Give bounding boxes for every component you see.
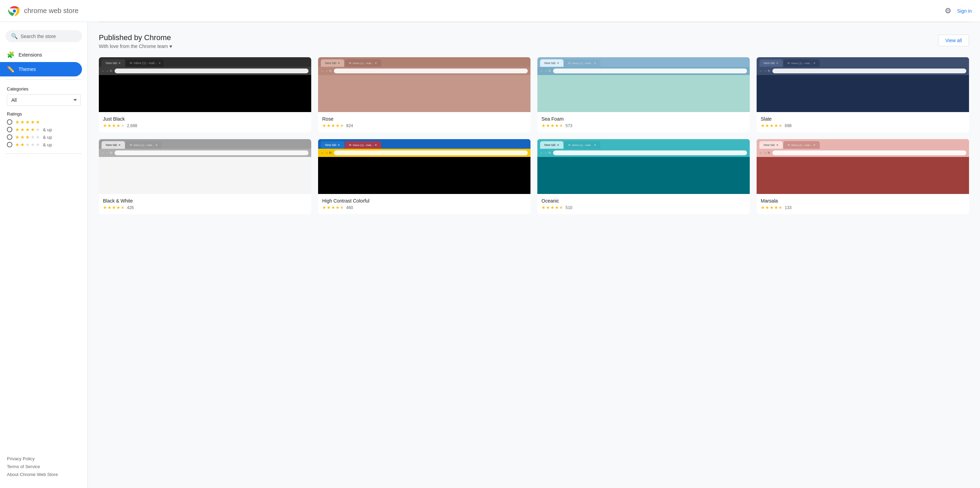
app-header: chrome web store ⚙ Sign in	[0, 0, 980, 22]
mini-address-bar	[334, 151, 528, 155]
stars-2: ★ ★ ★ ★ ★	[15, 142, 40, 147]
mini-tab-bar: New tab ✕ ✉ Inbox (1) - mail... ✕	[757, 139, 969, 149]
theme-stars-sea-foam: ★ ★ ★ ★ ★	[541, 123, 563, 128]
chrome-logo-icon	[8, 5, 21, 17]
star-4: ★	[30, 119, 35, 125]
mini-tab-new: New tab ✕	[759, 59, 783, 67]
theme-name-slate: Slate	[761, 116, 965, 122]
mini-content	[318, 157, 530, 194]
header-actions: ⚙ Sign in	[945, 6, 972, 16]
rating-option-2[interactable]: ★ ★ ★ ★ ★ & up	[7, 142, 81, 147]
star-4: ★	[30, 127, 35, 132]
brush-icon: ✏️	[7, 65, 14, 73]
mini-tab-new: New tab ✕	[321, 59, 344, 67]
sidebar-footer: Privacy Policy Terms of Service About Ch…	[0, 451, 88, 483]
star-4: ★	[30, 134, 35, 140]
privacy-policy-link[interactable]: Privacy Policy	[7, 456, 81, 461]
theme-card-high-contrast[interactable]: New tab ✕ ✉ Inbox (1) - mail... ✕	[318, 139, 530, 214]
theme-count-high-contrast: 460	[346, 205, 353, 210]
sidebar: 🔍 Search the store 🧩 Extensions ✏️ Theme…	[0, 22, 88, 488]
star-3: ★	[25, 134, 30, 140]
mini-content	[537, 75, 750, 112]
theme-preview-oceanic: New tab ✕ ✉ Inbox (1) - mail... ✕	[537, 139, 750, 194]
mini-address-bar	[115, 68, 309, 73]
mini-toolbar: ← → ↻	[537, 149, 750, 157]
rating-radio-3[interactable]	[7, 134, 12, 140]
about-chrome-web-store-link[interactable]: About Chrome Web Store	[7, 472, 81, 477]
sidebar-item-themes[interactable]: ✏️ Themes	[0, 62, 82, 76]
search-input-placeholder: Search the store	[21, 33, 56, 39]
theme-card-marsala[interactable]: New tab ✕ ✉ Inbox (1) - mail... ✕	[757, 139, 969, 214]
theme-card-black-white[interactable]: New tab ✕ ✉ Inbox (1) - mail... ✕	[99, 139, 311, 214]
categories-label: Categories	[7, 86, 81, 92]
stars-5: ★ ★ ★ ★ ★	[15, 119, 40, 125]
theme-card-slate[interactable]: New tab ✕ ✉ Inbox (1) - mail... ✕	[757, 57, 969, 132]
theme-stars-oceanic: ★ ★ ★ ★ ★	[541, 205, 563, 210]
rating-option-3[interactable]: ★ ★ ★ ★ ★ & up	[7, 134, 81, 140]
rating-radio-2[interactable]	[7, 142, 12, 147]
theme-count-marsala: 133	[785, 205, 792, 210]
terms-of-service-link[interactable]: Terms of Service	[7, 464, 81, 469]
mini-toolbar: ← → ↻	[757, 67, 969, 75]
theme-card-sea-foam[interactable]: New tab ✕ ✉ Inbox (1) - mail... ✕	[537, 57, 750, 132]
theme-stars-high-contrast: ★ ★ ★ ★ ★	[322, 205, 344, 210]
theme-info-high-contrast: High Contrast Colorful ★ ★ ★ ★ ★ 460	[318, 194, 530, 214]
sign-in-button[interactable]: Sign in	[957, 8, 972, 14]
mini-toolbar: ← → ↻	[99, 67, 311, 75]
rating-option-5[interactable]: ★ ★ ★ ★ ★	[7, 119, 81, 125]
mini-tab-new: New tab ✕	[102, 59, 125, 67]
theme-preview-sea-foam: New tab ✕ ✉ Inbox (1) - mail... ✕	[537, 57, 750, 112]
ratings-label: Ratings	[7, 111, 81, 117]
star-2: ★	[20, 119, 25, 125]
view-all-button[interactable]: View all	[938, 35, 969, 46]
theme-count-just-black: 2,688	[127, 124, 137, 128]
mini-tab-inbox: ✉ Inbox (1) - mail... ✕	[564, 141, 600, 149]
mini-tab-bar: New tab ✕ ✉ Inbox (1) - mail... ✕	[99, 139, 311, 149]
theme-card-just-black[interactable]: New tab ✕ ✉ Inbox (1) - mail... ✕	[99, 57, 311, 132]
categories-section: Categories All Artistic Causes Dark Fun …	[0, 82, 88, 107]
search-box[interactable]: 🔍 Search the store	[5, 30, 82, 42]
theme-rating-oceanic: ★ ★ ★ ★ ★ 510	[541, 205, 746, 210]
theme-stars-slate: ★ ★ ★ ★ ★	[761, 123, 783, 128]
theme-name-high-contrast: High Contrast Colorful	[322, 198, 527, 204]
star-5: ★	[36, 119, 40, 125]
rating-4-suffix: & up	[43, 127, 52, 132]
rating-option-4[interactable]: ★ ★ ★ ★ ★ & up	[7, 127, 81, 132]
category-select[interactable]: All Artistic Causes Dark Fun Minimal Nat…	[7, 94, 81, 106]
star-3: ★	[25, 127, 30, 132]
sidebar-item-extensions[interactable]: 🧩 Extensions	[0, 48, 82, 62]
rating-radio-4[interactable]	[7, 127, 12, 132]
mini-browser-slate: New tab ✕ ✉ Inbox (1) - mail... ✕	[757, 57, 969, 112]
mini-browser-marsala: New tab ✕ ✉ Inbox (1) - mail... ✕	[757, 139, 969, 194]
mini-content	[99, 75, 311, 112]
star-2: ★	[20, 127, 25, 132]
mini-tab-inbox: ✉ Inbox (1) - mail... ✕	[345, 59, 381, 67]
theme-stars-rose: ★ ★ ★ ★ ★	[322, 123, 344, 128]
app-title: chrome web store	[24, 7, 79, 15]
rating-3-suffix: & up	[43, 135, 52, 140]
theme-name-sea-foam: Sea Foam	[541, 116, 746, 122]
mini-content	[537, 157, 750, 194]
main-content: Published by Chrome With love from the C…	[88, 22, 980, 488]
gear-icon[interactable]: ⚙	[945, 6, 951, 16]
theme-preview-marsala: New tab ✕ ✉ Inbox (1) - mail... ✕	[757, 139, 969, 194]
mini-tab-inbox: ✉ Inbox (1) - mail... ✕	[126, 59, 163, 67]
theme-count-black-white: 426	[127, 205, 134, 210]
mini-content	[318, 75, 530, 112]
mini-tab-bar: New tab ✕ ✉ Inbox (1) - mail... ✕	[99, 57, 311, 67]
mini-toolbar: ← → ↻	[537, 67, 750, 75]
theme-rating-slate: ★ ★ ★ ★ ★ 698	[761, 123, 965, 128]
theme-info-black-white: Black & White ★ ★ ★ ★ ★ 426	[99, 194, 311, 214]
mini-address-bar	[334, 68, 528, 73]
theme-card-rose[interactable]: New tab ✕ ✉ Inbox (1) - mail... ✕	[318, 57, 530, 132]
mini-toolbar: ← → ↻	[318, 67, 530, 75]
rating-radio-5[interactable]	[7, 119, 12, 125]
theme-rating-just-black: ★ ★ ★ ★ ★ 2,688	[103, 123, 307, 128]
theme-card-oceanic[interactable]: New tab ✕ ✉ Inbox (1) - mail... ✕	[537, 139, 750, 214]
theme-rating-rose: ★ ★ ★ ★ ★ 824	[322, 123, 527, 128]
star-5: ★	[36, 142, 40, 147]
theme-name-oceanic: Oceanic	[541, 198, 746, 204]
themes-grid: New tab ✕ ✉ Inbox (1) - mail... ✕	[99, 57, 969, 214]
search-icon: 🔍	[11, 33, 18, 40]
theme-name-black-white: Black & White	[103, 198, 307, 204]
